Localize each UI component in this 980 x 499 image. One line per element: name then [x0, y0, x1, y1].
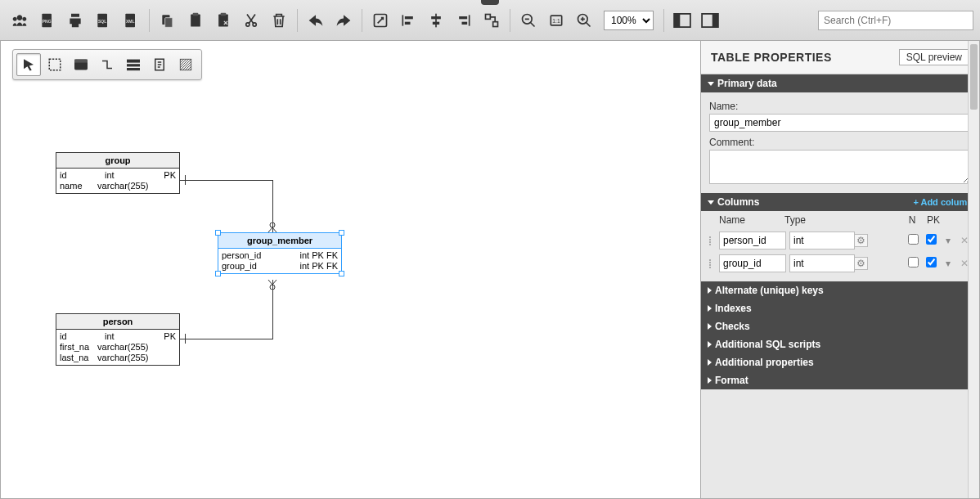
table-group-member[interactable]: group_member person_idint PK FK group_id…	[218, 232, 342, 274]
section-indexes[interactable]: Indexes	[701, 299, 979, 317]
pk-checkbox[interactable]	[924, 234, 938, 247]
separator	[149, 9, 150, 32]
add-column-button[interactable]: + Add column	[913, 197, 973, 207]
print-icon[interactable]	[62, 7, 88, 34]
column-type-input[interactable]	[789, 254, 855, 272]
align-right-icon[interactable]	[451, 7, 477, 34]
nullable-checkbox[interactable]	[906, 234, 920, 247]
panel-right-icon[interactable]	[697, 7, 723, 34]
panel-left-icon[interactable]	[669, 7, 695, 34]
separator	[362, 9, 362, 32]
columns-header: Name Type N PK	[701, 211, 979, 229]
teams-icon[interactable]	[7, 7, 33, 34]
panel-title: TABLE PROPERTIES	[711, 51, 832, 64]
pk-checkbox[interactable]	[924, 257, 938, 270]
svg-rect-8	[191, 14, 200, 26]
column-menu-icon[interactable]: ▾	[942, 235, 955, 246]
comment-textarea[interactable]	[709, 150, 971, 184]
redo-icon[interactable]	[330, 7, 357, 34]
relation-tool-icon[interactable]	[95, 53, 119, 76]
separator	[297, 9, 298, 32]
zoom-select[interactable]: 100%	[604, 11, 654, 30]
name-input[interactable]	[709, 114, 971, 132]
resize-handle[interactable]	[339, 230, 344, 236]
panel-drag-handle[interactable]	[481, 0, 499, 5]
chevron-down-icon	[708, 82, 714, 86]
chevron-right-icon	[708, 323, 712, 330]
col-header-name: Name	[709, 214, 784, 226]
png-export-icon[interactable]: PNG	[34, 7, 61, 34]
table-header: group_member	[218, 233, 341, 249]
name-label: Name:	[709, 101, 971, 112]
section-additional-props[interactable]: Additional properties	[701, 353, 979, 371]
chevron-right-icon	[708, 305, 712, 312]
layout-icon[interactable]	[479, 7, 505, 34]
section-alternate-keys[interactable]: Alternate (unique) keys	[701, 281, 979, 299]
paste-icon[interactable]	[182, 7, 209, 34]
sql-preview-button[interactable]: SQL preview	[899, 49, 969, 65]
column-menu-icon[interactable]: ▾	[942, 258, 955, 269]
relation-line[interactable]	[180, 339, 272, 339]
section-label: Primary data	[717, 78, 777, 89]
table-group[interactable]: group idintPK namevarchar(255)	[56, 152, 180, 194]
resize-handle[interactable]	[339, 271, 344, 276]
select-tool-icon[interactable]	[16, 53, 41, 76]
section-format[interactable]: Format	[701, 371, 979, 389]
column-name-input[interactable]	[719, 254, 786, 272]
delete-icon[interactable]	[266, 7, 292, 34]
table-row: group_idint PK FK	[222, 261, 338, 272]
svg-text:SQL: SQL	[98, 18, 106, 23]
area-tool-icon[interactable]	[173, 53, 198, 76]
edit-icon[interactable]	[367, 7, 393, 34]
relation-line[interactable]	[180, 180, 272, 181]
view-tool-icon[interactable]	[121, 53, 146, 76]
align-center-icon[interactable]	[423, 7, 449, 34]
zoom-in-icon[interactable]	[571, 7, 597, 34]
section-label: Checks	[715, 321, 750, 332]
resize-handle[interactable]	[215, 271, 221, 276]
type-settings-icon[interactable]: ⚙	[855, 257, 868, 270]
section-columns[interactable]: Columns+ Add column	[701, 193, 979, 211]
svg-text:1:1: 1:1	[552, 17, 560, 23]
sql-export-icon[interactable]: SQL	[90, 7, 116, 34]
section-primary-data[interactable]: Primary data	[701, 74, 979, 92]
svg-point-42	[270, 285, 275, 290]
crowfoot-icon	[267, 280, 278, 290]
marquee-tool-icon[interactable]	[43, 53, 67, 76]
table-tool-icon[interactable]	[69, 53, 93, 76]
undo-icon[interactable]	[303, 7, 329, 34]
scrollbar[interactable]	[968, 41, 979, 498]
svg-rect-11	[221, 12, 227, 15]
paste-special-icon[interactable]	[210, 7, 236, 34]
table-row: person_idint PK FK	[222, 250, 338, 261]
column-type-input[interactable]	[789, 232, 855, 250]
zoom-reset-icon[interactable]: 1:1	[543, 7, 569, 34]
align-left-icon[interactable]	[395, 7, 421, 34]
table-person[interactable]: person idintPK first_navarchar(255) last…	[56, 313, 180, 366]
drag-handle-icon[interactable]	[709, 259, 716, 268]
svg-rect-36	[74, 60, 88, 63]
search-input[interactable]	[818, 11, 973, 30]
main-area: group idintPK namevarchar(255) group_mem…	[0, 41, 980, 499]
col-header-type: Type	[784, 214, 866, 226]
zoom-out-icon[interactable]	[515, 7, 542, 34]
column-name-input[interactable]	[719, 232, 786, 250]
type-settings-icon[interactable]: ⚙	[855, 234, 868, 247]
nullable-checkbox[interactable]	[906, 257, 920, 270]
chevron-right-icon	[708, 341, 712, 348]
drag-handle-icon[interactable]	[709, 236, 716, 245]
separator	[663, 9, 664, 32]
xml-export-icon[interactable]: XML	[118, 7, 144, 34]
copy-icon[interactable]	[155, 7, 181, 34]
svg-rect-31	[674, 13, 680, 26]
search-box	[818, 11, 973, 30]
section-checks[interactable]: Checks	[701, 317, 979, 335]
cut-icon[interactable]	[238, 7, 264, 34]
note-tool-icon[interactable]	[147, 53, 172, 76]
scrollbar-thumb[interactable]	[970, 44, 978, 110]
resize-handle[interactable]	[215, 230, 221, 236]
chevron-right-icon	[708, 287, 712, 294]
section-additional-sql[interactable]: Additional SQL scripts	[701, 335, 979, 353]
canvas-area[interactable]: group idintPK namevarchar(255) group_mem…	[1, 41, 701, 498]
chevron-right-icon	[708, 377, 712, 384]
